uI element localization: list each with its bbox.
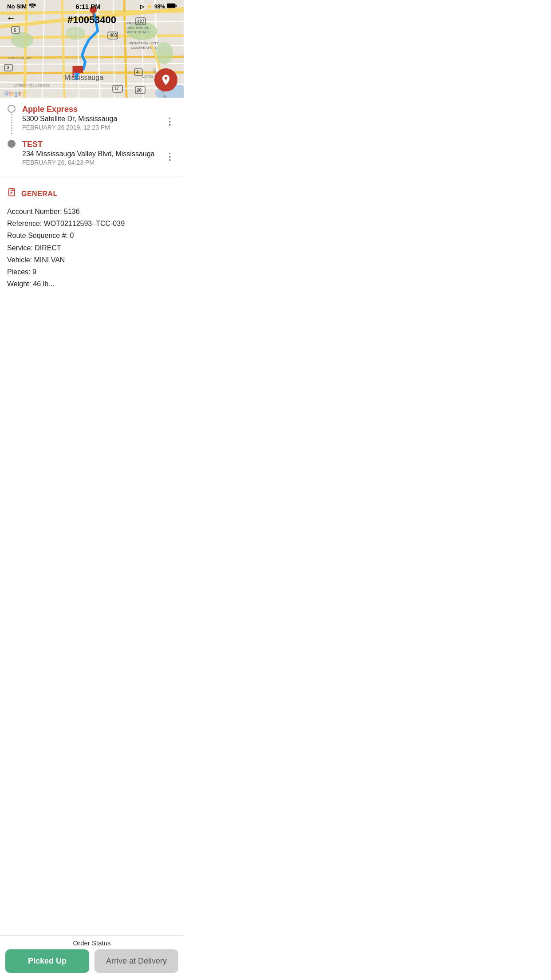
svg-text:CENTENNIAL -: CENTENNIAL - (126, 26, 151, 30)
vehicle: Vehicle: MINI VAN (7, 254, 177, 266)
status-bar: No SIM 6:11 PM ▷ ⚡ 98% (0, 0, 184, 12)
route-circle-filled (8, 140, 16, 148)
route-dot (11, 117, 12, 118)
stop-1-date: FEBRUARY 26 2019, 12:23 PM (22, 124, 163, 131)
route-list: Apple Express 5300 Satellite Dr, Mississ… (0, 98, 184, 173)
svg-point-26 (66, 27, 85, 40)
stop-1-more-button[interactable]: ⋮ (163, 116, 177, 127)
svg-rect-2 (176, 5, 177, 7)
stop-2-content: TEST 234 Mississauga Valley Blvd, Missis… (22, 140, 163, 173)
location-icon: ▷ (140, 4, 144, 10)
stop-1-content: Apple Express 5300 Satellite Dr, Mississ… (22, 105, 163, 138)
section-title: GENERAL (21, 190, 58, 198)
stop-2-name: TEST (22, 140, 163, 149)
svg-point-25 (11, 32, 33, 48)
general-section: GENERAL Account Number: 5136 Reference: … (0, 181, 184, 297)
status-right: ▷ ⚡ 98% (140, 3, 177, 10)
route-indicator-2 (7, 140, 16, 148)
svg-text:17: 17 (114, 86, 119, 91)
route-dots (11, 114, 12, 134)
svg-text:3: 3 (7, 65, 9, 70)
route-dot (11, 130, 12, 131)
map-area: Ontario 401 Express EAST CREDIT ISLINGTO… (0, 0, 184, 98)
route-sequence: Route Sequence #: 0 (7, 229, 177, 241)
stop-1-address: 5300 Satellite Dr, Mississauga (22, 115, 163, 123)
svg-text:5: 5 (14, 28, 16, 33)
svg-rect-30 (73, 66, 83, 73)
svg-point-58 (165, 77, 167, 79)
route-item-2: TEST 234 Mississauga Valley Blvd, Missis… (7, 140, 177, 173)
back-button[interactable]: ← (6, 12, 16, 24)
route-dot (11, 133, 12, 134)
weight: Weight: 46 lb... (7, 278, 177, 290)
svg-text:ISLINGTON - CITY: ISLINGTON - CITY (129, 41, 159, 45)
battery-icon (167, 3, 177, 10)
account-number: Account Number: 5136 (7, 205, 177, 217)
status-time: 6:11 PM (75, 3, 101, 10)
stop-2-address: 234 Mississauga Valley Blvd, Mississauga (22, 150, 163, 158)
content-area: Apple Express 5300 Satellite Dr, Mississ… (0, 98, 184, 350)
route-dot (11, 119, 12, 121)
route-dot (11, 125, 12, 126)
route-dot (11, 127, 12, 129)
route-item-1: Apple Express 5300 Satellite Dr, Mississ… (7, 105, 177, 138)
svg-text:427: 427 (137, 19, 145, 24)
stop-2-more-button[interactable]: ⋮ (163, 151, 177, 162)
section-header: GENERAL (7, 188, 177, 200)
stop-2-date: FEBRUARY 26, 04:23 PM (22, 159, 163, 166)
svg-text:Mississauga: Mississauga (64, 74, 103, 81)
map-icon-button[interactable] (154, 68, 177, 91)
stop-1-name: Apple Express (22, 105, 163, 114)
svg-rect-3 (167, 4, 175, 8)
wifi-icon (29, 3, 36, 10)
section-divider (0, 177, 184, 177)
pieces: Pieces: 9 (7, 266, 177, 278)
service: Service: DIRECT (7, 242, 177, 254)
order-number: #10053400 (67, 14, 116, 26)
route-dot (11, 122, 12, 123)
route-dot (11, 114, 12, 115)
svg-text:403: 403 (110, 33, 117, 38)
battery-percent: 98% (154, 4, 165, 10)
svg-text:4: 4 (136, 70, 139, 75)
status-left: No SIM (7, 3, 36, 10)
svg-text:Ontario 401 Express: Ontario 401 Express (13, 83, 50, 87)
route-circle-empty (8, 105, 16, 113)
bluetooth-icon: ⚡ (146, 4, 153, 10)
svg-text:WEST DEANE: WEST DEANE (126, 30, 150, 34)
no-sim-text: No SIM (7, 3, 27, 10)
route-indicator-1 (7, 105, 16, 135)
svg-text:EAST CREDIT: EAST CREDIT (8, 56, 31, 60)
svg-text:20: 20 (137, 88, 142, 93)
reference: Reference: WOT02112593–TCC-039 (7, 217, 177, 229)
document-icon (7, 188, 17, 200)
svg-text:Google: Google (4, 91, 22, 97)
